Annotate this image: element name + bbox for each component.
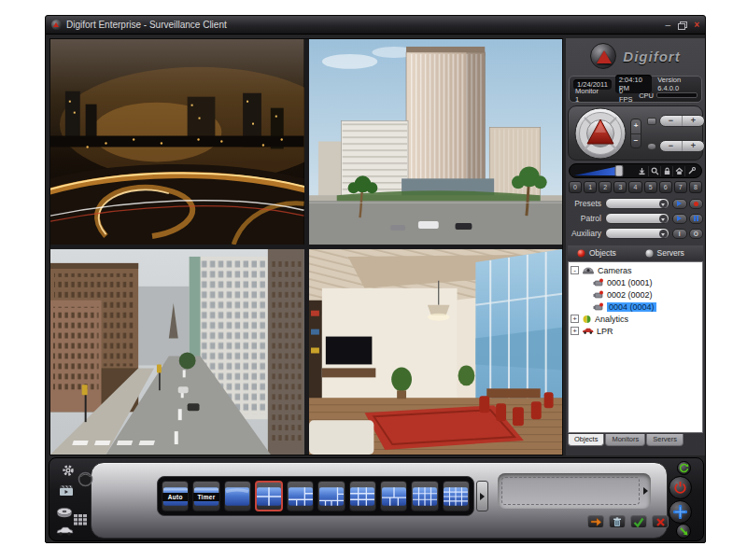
ptz-preset-rows: Presets Patrol Auxiliary (568, 197, 703, 242)
layout-1plus5-button[interactable] (287, 481, 314, 511)
camera-view-1-night-city[interactable] (50, 39, 304, 245)
close-button[interactable]: × (694, 21, 699, 30)
patrol-start-button[interactable] (672, 214, 687, 224)
tree-item-camera-2[interactable]: 0002 (0002) (571, 288, 702, 301)
layout-4x3-button[interactable] (411, 481, 438, 511)
app-window: Digifort Enterprise - Surveillance Clien… (45, 15, 706, 543)
media-player-icon[interactable] (59, 483, 74, 500)
ptz-zoom-row: − + (647, 114, 705, 128)
events-disc-icon[interactable] (56, 506, 73, 523)
aux-off-button[interactable]: O (689, 229, 704, 239)
preset-record-button[interactable] (689, 199, 704, 209)
settings-wrench-icon[interactable] (684, 166, 697, 176)
joystick-mode-icon[interactable] (636, 166, 648, 176)
quick-button-8[interactable]: 8 (689, 181, 702, 193)
ptz-quick-buttons: 0 1 2 3 4 5 6 7 8 (569, 181, 702, 193)
arrow-right-icon[interactable] (643, 487, 648, 495)
tree-group-analytics[interactable]: + Analytics (571, 313, 702, 325)
auxiliary-dropdown[interactable] (605, 228, 669, 239)
camera-grid (49, 38, 563, 455)
layout-scroll-right-button[interactable] (476, 481, 488, 511)
pause-icon (694, 216, 698, 221)
quick-button-3[interactable]: 3 (613, 181, 627, 193)
bottom-tab-servers[interactable]: Servers (646, 434, 684, 446)
speed-slider[interactable] (574, 165, 628, 176)
cancel-button[interactable] (652, 515, 669, 528)
export-button[interactable] (676, 524, 691, 539)
layout-3x3-button[interactable] (349, 481, 376, 511)
refresh-button[interactable] (677, 461, 691, 475)
aux-on-button[interactable]: I (672, 229, 687, 239)
iris-close-button[interactable]: − (660, 141, 683, 151)
tree-group-cameras[interactable]: - Cameras (571, 264, 702, 276)
patrol-pause-button[interactable] (689, 214, 704, 224)
delete-sequence-button[interactable] (609, 515, 626, 528)
zoom-in-button[interactable]: + (683, 116, 704, 126)
collapse-icon[interactable]: - (571, 266, 579, 274)
camera-view-3-street[interactable] (50, 249, 304, 455)
layout-auto-button[interactable]: Auto (162, 481, 189, 511)
quick-button-5[interactable]: 5 (644, 181, 657, 193)
quick-button-1[interactable]: 1 (584, 181, 597, 193)
camera-1-image (50, 39, 304, 245)
tree-item-camera-1[interactable]: 0001 (0001) (571, 276, 702, 288)
lpr-car-button-icon[interactable] (56, 524, 74, 540)
auxiliary-label: Auxiliary (568, 229, 605, 238)
tab-servers[interactable]: Servers (636, 248, 704, 258)
quick-button-0[interactable]: 0 (569, 181, 582, 193)
preset-go-button[interactable] (672, 199, 687, 209)
matrix-grid-icon[interactable] (74, 512, 87, 529)
layout-buttons-strip: Auto Timer (157, 476, 474, 516)
layout-1plus7-button[interactable] (317, 481, 345, 511)
camera-view-4-living-room[interactable] (309, 249, 563, 455)
brand-area: Digifort (566, 38, 705, 74)
titlebar[interactable]: Digifort Enterprise - Surveillance Clien… (46, 16, 705, 35)
tilt-up-button[interactable]: + (631, 119, 641, 134)
restore-button[interactable] (678, 21, 686, 29)
camera-view-2-building[interactable] (309, 39, 563, 245)
presets-label: Presets (568, 199, 605, 208)
layout-2x2-button[interactable] (255, 481, 283, 511)
expand-icon[interactable]: + (571, 327, 579, 335)
quick-button-7[interactable]: 7 (674, 181, 687, 193)
apply-button[interactable] (630, 515, 647, 528)
minimize-button[interactable]: – (666, 21, 671, 30)
home-icon[interactable] (672, 166, 684, 176)
layout-2plus3-button[interactable] (380, 481, 407, 511)
quick-button-6[interactable]: 6 (659, 181, 672, 193)
power-icon (673, 481, 687, 495)
search-icon[interactable] (648, 166, 660, 176)
tilt-down-button[interactable]: − (631, 134, 641, 148)
tab-servers-label: Servers (657, 248, 684, 258)
presets-dropdown[interactable] (605, 198, 669, 209)
tree-item-camera-3-selected[interactable]: 0004 (0004) (571, 301, 702, 313)
layout-dense-grid-button[interactable] (443, 481, 470, 511)
patrol-dropdown[interactable] (605, 213, 669, 224)
ptz-joystick[interactable] (574, 107, 627, 160)
move-pan-button[interactable] (669, 500, 692, 524)
objects-tree: - Cameras 0001 (0001) (568, 261, 703, 433)
quick-button-4[interactable]: 4 (628, 181, 641, 193)
monitor-select-knob[interactable] (78, 471, 93, 491)
window-controls: – × (666, 21, 699, 30)
window-title: Digifort Enterprise - Surveillance Clien… (66, 20, 661, 30)
tree-group-lpr[interactable]: + LPR (571, 325, 702, 337)
status-fps: 0 FPS (617, 86, 639, 105)
brand-name: Digifort (623, 49, 680, 64)
sequence-drop-area[interactable] (498, 473, 651, 509)
iris-open-button[interactable]: + (683, 141, 704, 151)
power-button[interactable] (669, 476, 692, 499)
camera-2-image (309, 39, 563, 245)
zoom-out-button[interactable]: − (660, 116, 683, 126)
layout-timer-button[interactable]: Timer (192, 481, 219, 511)
tab-objects[interactable]: Objects (568, 248, 636, 258)
settings-gear-icon[interactable] (62, 464, 75, 481)
expand-icon[interactable]: + (571, 315, 579, 323)
layout-1x1-button[interactable] (224, 481, 251, 511)
bottom-tab-objects[interactable]: Objects (568, 434, 604, 446)
load-sequence-button[interactable] (587, 515, 604, 528)
lock-icon[interactable] (660, 166, 672, 176)
trash-icon (613, 517, 622, 527)
quick-button-2[interactable]: 2 (599, 181, 612, 193)
bottom-tab-monitors[interactable]: Monitors (605, 434, 645, 446)
